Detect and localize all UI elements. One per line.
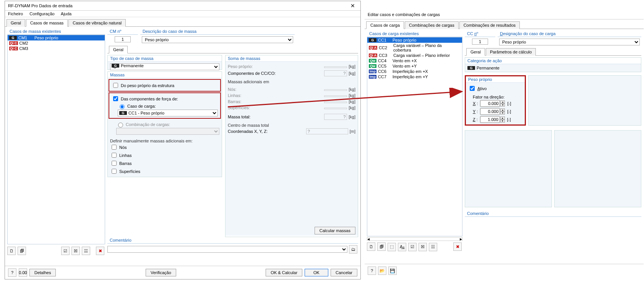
detalhes-button[interactable]: Detalhes [29, 269, 56, 276]
tag-qic-icon: Qi C [9, 47, 18, 50]
open-icon[interactable]: 📂 [378, 266, 386, 275]
tag-qic-icon: Qi C [9, 41, 18, 45]
verificacao-button[interactable]: Verificação [146, 269, 176, 276]
save-icon[interactable]: 💾 [388, 266, 397, 275]
uncheck-sel-icon[interactable]: ☒ [419, 243, 427, 251]
loadcase-row[interactable]: Qi ACC2Carga variável – Plano da cobertu… [367, 43, 462, 53]
subtab-parametros[interactable]: Parâmetros de cálculo [486, 48, 536, 56]
comentario-label: Comentário [107, 237, 358, 244]
checklist-icon[interactable]: ☷ [82, 247, 90, 255]
text-icon[interactable]: A͟ᵦ [398, 243, 406, 251]
tab-combinacoes-resultados[interactable]: Combinações de resultados [459, 21, 520, 29]
window-title: RF-DYNAM Pro Dados de entrada [8, 3, 73, 8]
tag-icon: G [369, 38, 376, 42]
z-label: Z : [473, 117, 478, 122]
menu-config[interactable]: Configuração [29, 11, 54, 16]
tipo-select[interactable]: G [110, 63, 219, 70]
copy-icon[interactable]: 🗐 [377, 242, 386, 251]
cm-no-label: CM nº [107, 28, 138, 35]
ck-superficies[interactable]: Superfícies [110, 167, 219, 175]
z-input[interactable]: ▲▼ [480, 116, 505, 123]
delete-icon[interactable]: ✖ [453, 242, 462, 251]
checklist-icon[interactable]: ☷ [429, 243, 437, 251]
check-sel-icon[interactable]: ☑ [408, 243, 417, 251]
categoria-label: Categoria de ação [465, 58, 641, 64]
combinacao-select [116, 128, 219, 135]
ck-peso-proprio[interactable]: Do peso próprio da estrutura [112, 81, 218, 89]
tag-g-icon: G [467, 66, 475, 70]
ck-barras[interactable]: Barras [110, 159, 219, 167]
loadcase-row[interactable]: Qi ACC3Carga variável – Plano inferior [367, 53, 462, 58]
new-icon[interactable]: 🗋 [7, 247, 16, 255]
loadcases-header: Casos de carga existentes [367, 31, 462, 37]
ck-linhas[interactable]: Linhas [110, 151, 219, 159]
calcular-massas-button[interactable]: Calcular massas [315, 227, 355, 234]
horizontal-scrollbar[interactable]: ◀▶ [367, 237, 462, 241]
ok-button[interactable]: OK [305, 269, 328, 276]
check-sel-icon[interactable]: ☑ [61, 247, 70, 255]
ok-calcular-button[interactable]: OK & Calcular [266, 269, 302, 276]
designacao-select[interactable]: Peso próprio [499, 39, 640, 45]
masscase-row[interactable]: Qi C CM2 [8, 40, 105, 46]
loadcases-list: GCC1Peso próprioQi ACC2Carga variável – … [367, 37, 462, 236]
close-icon[interactable]: ✕ [348, 3, 357, 9]
designacao-label: Designação do caso de carga [498, 31, 641, 37]
units-icon[interactable]: 0.00 [19, 268, 27, 277]
radio-combinacao[interactable]: Combinação de cargas: [116, 121, 219, 128]
tag-icon: Qi A [369, 46, 377, 50]
tab-casos-massas[interactable]: Casos de massas [26, 19, 68, 27]
ck-componentes[interactable]: Das componentes de força de: [112, 95, 218, 103]
loadcase-row[interactable]: ImpCC7Imperfeição em +Y [367, 74, 462, 79]
cc-no-input[interactable] [472, 39, 488, 45]
loadcase-row[interactable]: QwCC5Vento em +Y [367, 63, 462, 69]
massas-label: Massas [108, 72, 222, 78]
masscase-row[interactable]: G CM1 Peso próprio [8, 35, 105, 40]
x-input[interactable]: ▲▼ [480, 100, 505, 107]
peso-proprio-label: Peso próprio [466, 76, 525, 83]
desc-label: Descrição do caso de massa [140, 28, 295, 35]
help-icon[interactable]: ? [368, 266, 376, 275]
tab-combinacoes-cargas[interactable]: Combinações de cargas [405, 21, 459, 29]
loadcase-row[interactable]: ImpCC6Imperfeição em +X [367, 69, 462, 74]
edit-loadcases-window: Editar casos e combinações de cargas Cas… [365, 10, 644, 277]
cc-no-label: CC nº [465, 31, 495, 37]
menubar: Ficheiro Configuração Ajuda [5, 11, 360, 17]
rf-dynam-window: RF-DYNAM Pro Dados de entrada ✕ Ficheiro… [5, 1, 361, 279]
peso-value [324, 66, 347, 68]
subtab-geral[interactable]: Geral [109, 46, 128, 53]
tipo-label: Tipo de caso de massa [108, 55, 222, 62]
comentario-input[interactable] [107, 246, 347, 253]
copy-icon[interactable]: 🗐 [18, 247, 26, 255]
caso-carga-select[interactable] [118, 110, 218, 116]
desc-select[interactable]: Peso próprio [142, 36, 293, 43]
menu-file[interactable]: Ficheiro [8, 11, 23, 16]
y-input[interactable]: ▲▼ [480, 108, 505, 115]
tab-geral[interactable]: Geral [6, 19, 25, 27]
tool-icon[interactable]: ⬚ [388, 243, 396, 251]
subtab-geral[interactable]: Geral [466, 48, 485, 56]
comment-lib-icon[interactable]: 🗂 [349, 245, 357, 254]
tag-icon: Imp [369, 75, 376, 79]
tab-vibracao[interactable]: Casos de vibração natural [68, 19, 126, 27]
cm-no-input[interactable] [115, 36, 131, 42]
tag-icon: Qw [369, 59, 376, 63]
comentario-label: Comentário [465, 210, 641, 217]
new-icon[interactable]: 🗋 [367, 242, 375, 251]
delete-icon[interactable]: ✖ [96, 247, 104, 255]
loadcase-row[interactable]: QwCC4Vento em +X [367, 58, 462, 63]
tab-casos-carga[interactable]: Casos de carga [366, 21, 404, 29]
menu-help[interactable]: Ajuda [61, 11, 71, 16]
tag-g-icon: G [9, 36, 17, 40]
loadcase-row[interactable]: GCC1Peso próprio [367, 37, 462, 43]
tag-icon: Imp [369, 69, 376, 73]
x-label: X : [473, 101, 478, 106]
help-icon[interactable]: ? [8, 268, 16, 277]
masscase-row[interactable]: Qi C CM3 [8, 46, 105, 51]
ck-ativo[interactable]: Ativo [468, 84, 522, 92]
comp-value: ? [324, 70, 347, 76]
cancelar-button[interactable]: Cancelar [331, 269, 357, 276]
uncheck-sel-icon[interactable]: ☒ [71, 247, 80, 255]
radio-caso-carga[interactable]: Caso de carga: [118, 103, 218, 110]
ck-nos[interactable]: Nós [110, 143, 219, 151]
window-title: Editar casos e combinações de cargas [365, 10, 644, 19]
